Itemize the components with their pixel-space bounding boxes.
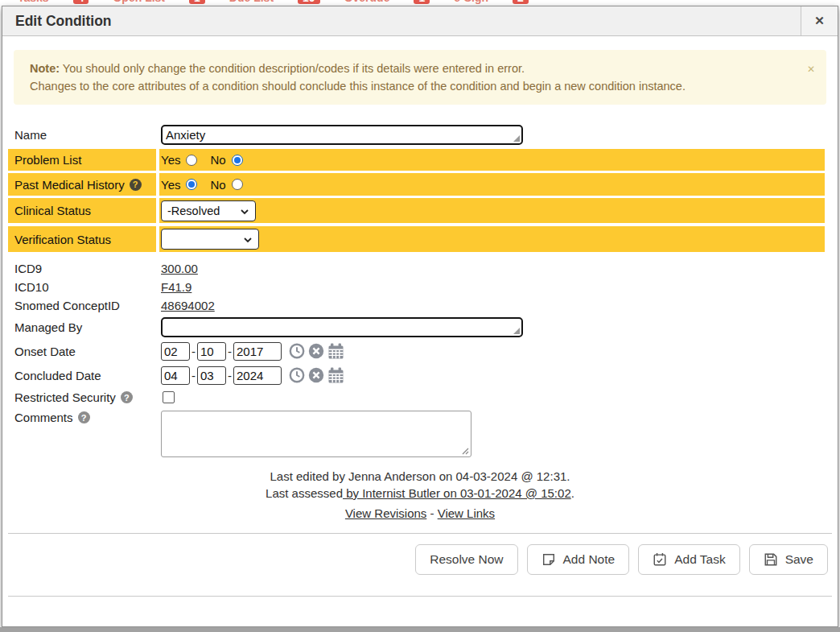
onset-date-row: Onset Date - - (8, 339, 825, 363)
restricted-security-label: Restricted Security (14, 390, 116, 404)
calendar-icon[interactable] (327, 367, 344, 383)
audit-info: Last edited by Jenna Anderson on 04-03-2… (8, 468, 832, 522)
dialog-title: Edit Condition (15, 13, 112, 30)
resolve-now-button[interactable]: Resolve Now (415, 544, 517, 575)
date-separator: - (191, 369, 196, 382)
problem-list-radio-no[interactable] (232, 155, 243, 166)
last-assessed-prefix: Last assessed (266, 486, 343, 500)
problem-list-row: Problem List Yes No (8, 149, 825, 171)
clear-date-icon[interactable] (308, 343, 324, 359)
concluded-day-input[interactable] (197, 366, 226, 385)
onset-day-input[interactable] (197, 342, 226, 361)
pmh-no-label: No (210, 178, 225, 192)
clinical-status-select[interactable]: -Resolved (161, 200, 256, 221)
past-medical-history-label: Past Medical History (14, 178, 125, 192)
name-label: Name (14, 128, 47, 142)
help-icon[interactable]: ? (78, 411, 90, 423)
problem-list-yes-label: Yes (161, 153, 180, 167)
bg-task-label: Overdue (344, 0, 390, 4)
comments-textarea[interactable] (161, 411, 471, 457)
chevron-down-icon (241, 209, 249, 215)
chevron-down-icon (244, 238, 252, 243)
link-separator: - (426, 506, 437, 520)
bg-task-label: e-Sign (454, 0, 488, 4)
warning-note-banner: Note: You should only change the conditi… (14, 50, 826, 105)
last-assessed-suffix: . (571, 486, 574, 500)
icd9-row: ICD9 300.00 (8, 258, 825, 278)
note-close-icon[interactable]: ✕ (807, 60, 815, 78)
concluded-date-label: Concluded Date (14, 369, 101, 382)
bg-task-badge: 1 (414, 0, 430, 4)
calendar-check-icon (653, 552, 667, 567)
name-input[interactable] (161, 125, 523, 145)
onset-month-input[interactable] (161, 342, 190, 361)
icd10-code-link[interactable]: F41.9 (161, 280, 191, 294)
pmh-yes-label: Yes (161, 178, 180, 192)
date-separator: - (191, 345, 196, 358)
verification-status-select[interactable] (161, 229, 259, 250)
bg-task-label: Due List (229, 0, 274, 4)
note-icon (541, 552, 556, 567)
bg-task-badge: 1 (189, 0, 205, 4)
snomed-label: Snomed ConceptID (14, 299, 120, 312)
help-icon[interactable]: ? (130, 179, 142, 191)
condition-form: Name Problem List Yes No (8, 123, 825, 460)
restricted-security-row: Restricted Security ? (8, 387, 825, 407)
edit-condition-dialog: Edit Condition ✕ Note: You should only c… (2, 6, 838, 627)
save-label: Save (785, 552, 813, 567)
add-task-label: Add Task (674, 552, 725, 567)
restricted-security-checkbox[interactable] (163, 391, 175, 403)
note-bold: Note: (30, 62, 60, 75)
date-separator: - (228, 345, 232, 358)
dialog-header: Edit Condition ✕ (2, 6, 838, 36)
clinical-status-row: Clinical Status -Resolved (8, 198, 825, 223)
clinical-status-value: -Resolved (167, 204, 220, 217)
clinical-status-label: Clinical Status (14, 204, 91, 217)
problem-list-radio-yes[interactable] (186, 155, 197, 166)
managed-by-row: Managed By (8, 315, 825, 339)
problem-list-label: Problem List (14, 153, 81, 167)
past-medical-history-row: Past Medical History ? Yes No (8, 173, 825, 196)
bg-task-label: Open List (113, 0, 165, 4)
note-text-1: You should only change the condition des… (63, 62, 525, 75)
bg-task-badge: 4 (73, 0, 89, 4)
add-note-button[interactable]: Add Note (527, 544, 630, 575)
last-assessed-link[interactable]: by Internist Butler on 03-01-2024 @ 15:0… (343, 486, 571, 500)
view-links-line: View Revisions - View Links (8, 505, 832, 522)
clear-date-icon[interactable] (308, 367, 324, 383)
clock-icon[interactable] (289, 367, 305, 383)
calendar-icon[interactable] (327, 343, 344, 359)
page: Tasks 4 Open List 1 Due List 10 Overdue … (0, 0, 840, 632)
concluded-month-input[interactable] (161, 366, 190, 385)
comments-label: Comments (14, 411, 73, 424)
verification-status-label: Verification Status (14, 233, 111, 246)
clock-icon[interactable] (289, 343, 305, 359)
snomed-row: Snomed ConceptID 48694002 (8, 296, 825, 315)
save-button[interactable]: Save (749, 544, 828, 575)
name-row: Name (8, 123, 825, 147)
background-page-strip: Tasks 4 Open List 1 Due List 10 Overdue … (0, 0, 840, 6)
problem-list-no-label: No (210, 153, 225, 167)
snomed-code-link[interactable]: 48694002 (161, 299, 215, 312)
resolve-now-label: Resolve Now (430, 552, 503, 567)
past-medical-history-radio-yes[interactable] (186, 179, 197, 190)
view-revisions-link[interactable]: View Revisions (345, 506, 426, 520)
background-bottom-strip (0, 627, 840, 632)
icd9-code-link[interactable]: 300.00 (161, 262, 198, 275)
bg-task-label: Tasks (18, 0, 49, 4)
view-links-link[interactable]: View Links (438, 506, 495, 520)
comments-row: Comments ? (8, 411, 825, 460)
save-icon (764, 552, 778, 567)
onset-date-label: Onset Date (14, 345, 76, 358)
last-edited-line: Last edited by Jenna Anderson on 04-03-2… (8, 468, 832, 485)
past-medical-history-radio-no[interactable] (232, 179, 243, 190)
close-icon: ✕ (814, 14, 825, 27)
managed-by-input[interactable] (161, 317, 523, 337)
add-task-button[interactable]: Add Task (638, 544, 739, 575)
note-line-1: Note: You should only change the conditi… (30, 60, 794, 77)
dialog-close-button[interactable]: ✕ (801, 6, 838, 35)
concluded-year-input[interactable] (233, 366, 282, 385)
icd10-label: ICD10 (14, 280, 49, 294)
help-icon[interactable]: ? (121, 391, 133, 403)
onset-year-input[interactable] (233, 342, 282, 361)
